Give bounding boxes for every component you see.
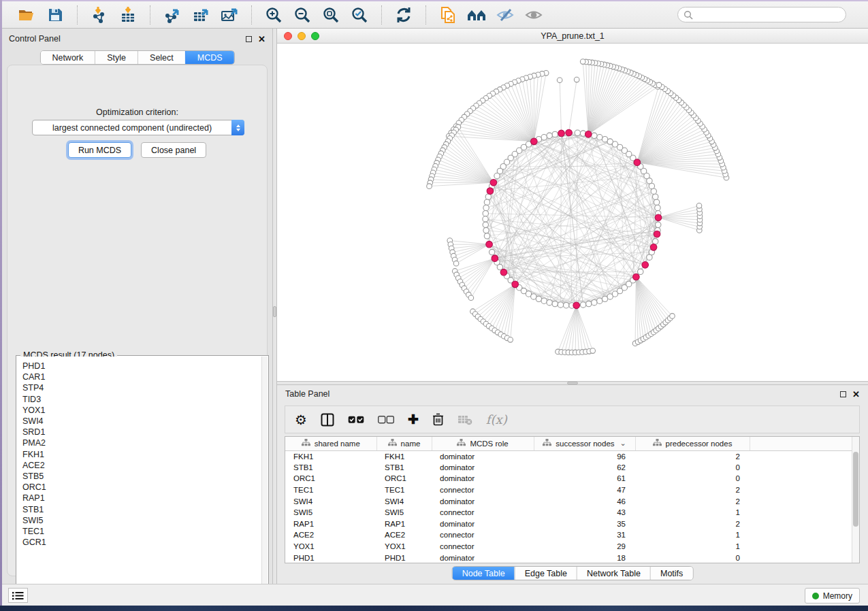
tab-network-table[interactable]: Network Table xyxy=(577,567,650,580)
mcds-result-item[interactable]: RAP1 xyxy=(22,493,261,503)
cell-name[interactable]: TEC1 xyxy=(376,484,432,496)
cell-shared_name[interactable]: ORC1 xyxy=(285,473,376,484)
network-node[interactable] xyxy=(552,301,558,306)
mcds-result-item[interactable]: STB1 xyxy=(22,504,261,515)
cell-successors[interactable]: 18 xyxy=(534,552,635,563)
cell-shared_name[interactable]: ACE2 xyxy=(285,529,376,541)
cell-successors[interactable]: 47 xyxy=(534,484,635,496)
show-all-icon[interactable] xyxy=(524,5,543,24)
search-input[interactable] xyxy=(696,10,840,20)
cell-shared_name[interactable]: STB1 xyxy=(285,462,376,474)
float-panel-icon[interactable] xyxy=(246,36,252,42)
close-panel-icon[interactable]: ✕ xyxy=(258,35,266,44)
cell-successors[interactable]: 62 xyxy=(534,462,635,474)
export-network-icon[interactable] xyxy=(163,5,182,24)
column-header-name[interactable]: name xyxy=(376,437,432,450)
table-row[interactable]: FKH1FKH1dominator962 xyxy=(285,450,852,462)
cell-successors[interactable]: 29 xyxy=(534,541,635,552)
mcds-result-item[interactable]: FKH1 xyxy=(22,449,261,460)
table-row[interactable]: TEC1TEC1connector472 xyxy=(285,484,852,496)
leaf-node[interactable] xyxy=(590,348,596,354)
mcds-result-item[interactable]: CAR1 xyxy=(22,371,261,382)
cell-name[interactable]: ACE2 xyxy=(376,529,432,541)
leaf-node[interactable] xyxy=(574,77,579,82)
network-node[interactable] xyxy=(484,199,489,205)
network-node[interactable] xyxy=(592,299,597,305)
network-node[interactable] xyxy=(547,299,552,305)
network-node[interactable] xyxy=(602,136,607,142)
network-node[interactable] xyxy=(483,222,488,227)
mcds-hub-node[interactable] xyxy=(490,180,497,186)
select-all-icon[interactable] xyxy=(348,416,364,424)
cell-successors[interactable]: 31 xyxy=(534,529,635,541)
search-field[interactable] xyxy=(677,7,846,22)
tab-node-table[interactable]: Node Table xyxy=(453,567,515,580)
export-table-icon[interactable] xyxy=(191,5,210,24)
zoom-selected-icon[interactable] xyxy=(350,5,369,24)
leaf-node[interactable] xyxy=(508,337,513,343)
cell-shared_name[interactable]: FKH1 xyxy=(285,450,376,462)
network-node[interactable] xyxy=(552,131,558,137)
column-header-shared-name[interactable]: shared name xyxy=(285,437,376,450)
table-row[interactable]: ORC1ORC1dominator610 xyxy=(285,473,852,484)
network-graph[interactable] xyxy=(277,44,868,381)
mcds-hub-node[interactable] xyxy=(655,214,662,221)
leaf-node[interactable] xyxy=(580,59,585,65)
float-panel-icon[interactable] xyxy=(840,391,846,397)
network-node[interactable] xyxy=(558,302,563,308)
mcds-result-item[interactable]: SWI5 xyxy=(22,515,261,526)
network-node[interactable] xyxy=(638,269,643,274)
network-node[interactable] xyxy=(652,239,658,244)
cell-shared_name[interactable]: TEC1 xyxy=(285,484,376,496)
mcds-hub-node[interactable] xyxy=(492,255,498,262)
tab-network[interactable]: Network xyxy=(40,51,95,64)
mcds-hub-node[interactable] xyxy=(642,261,649,268)
cell-predecessors[interactable]: 0 xyxy=(635,552,750,563)
leaf-node[interactable] xyxy=(696,203,702,209)
cell-role[interactable]: dominator xyxy=(432,495,534,507)
mcds-result-item[interactable]: TEC1 xyxy=(22,526,261,537)
optimization-criterion-select[interactable]: largest connected component (undirected) xyxy=(32,120,244,135)
hide-selected-icon[interactable] xyxy=(496,5,515,24)
mcds-hub-node[interactable] xyxy=(487,188,494,195)
cell-role[interactable]: dominator xyxy=(432,450,534,462)
cell-name[interactable]: YOX1 xyxy=(376,541,432,552)
tab-style[interactable]: Style xyxy=(95,51,138,64)
mcds-hub-node[interactable] xyxy=(585,131,592,138)
column-header-MCDS-role[interactable]: MCDS role xyxy=(432,437,534,450)
network-node[interactable] xyxy=(497,264,502,269)
mcds-hub-node[interactable] xyxy=(500,269,507,276)
cell-role[interactable]: dominator xyxy=(432,473,534,484)
column-header-successor-nodes[interactable]: successor nodes⌄ xyxy=(534,437,635,450)
network-node[interactable] xyxy=(483,227,489,233)
table-scrollbar-thumb[interactable] xyxy=(853,452,858,527)
cell-predecessors[interactable]: 0 xyxy=(635,462,750,474)
cell-role[interactable]: connector xyxy=(432,529,534,541)
network-node[interactable] xyxy=(563,303,568,308)
cell-role[interactable]: dominator xyxy=(432,462,534,474)
splitter-grip[interactable] xyxy=(567,382,578,384)
network-node[interactable] xyxy=(586,301,592,306)
table-row[interactable]: SWI5SWI5connector431 xyxy=(285,507,852,518)
table-row[interactable]: YOX1YOX1connector291 xyxy=(285,541,852,552)
cell-role[interactable]: connector xyxy=(432,541,534,552)
tab-motifs[interactable]: Motifs xyxy=(650,567,692,580)
tab-mcds[interactable]: MCDS xyxy=(185,51,234,64)
mcds-result-item[interactable]: SWI4 xyxy=(22,416,261,427)
cell-name[interactable]: FKH1 xyxy=(376,450,432,462)
mcds-result-item[interactable]: SRD1 xyxy=(22,427,261,437)
mcds-hub-node[interactable] xyxy=(654,231,660,237)
cell-successors[interactable]: 96 xyxy=(534,450,635,462)
horizontal-splitter[interactable] xyxy=(277,381,868,385)
cell-shared_name[interactable]: PHD1 xyxy=(285,552,376,563)
tab-select[interactable]: Select xyxy=(138,51,185,64)
vertical-splitter[interactable] xyxy=(272,29,277,584)
close-panel-button[interactable]: Close panel xyxy=(141,142,206,158)
mcds-hub-node[interactable] xyxy=(573,302,580,309)
leaf-node[interactable] xyxy=(670,314,675,319)
cell-predecessors[interactable]: 1 xyxy=(635,529,750,541)
network-node[interactable] xyxy=(484,233,489,239)
network-node[interactable] xyxy=(651,188,656,194)
network-node[interactable] xyxy=(494,173,500,178)
network-node[interactable] xyxy=(547,133,552,138)
